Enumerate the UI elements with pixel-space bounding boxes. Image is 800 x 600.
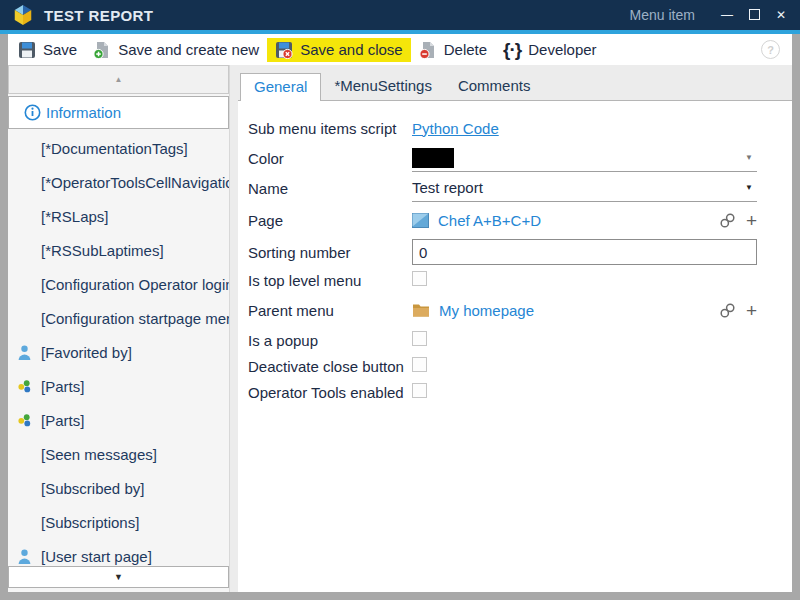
sidebar-item-label: Information xyxy=(46,104,121,121)
field-label: Operator Tools enabled xyxy=(248,384,412,401)
row-is-a-popup: Is a popup xyxy=(248,327,792,353)
developer-button[interactable]: {·} Developer xyxy=(495,36,605,64)
field-label: Parent menu xyxy=(248,302,412,319)
sidebar-item-subscribed-by[interactable]: [Subscribed by] xyxy=(8,471,229,505)
sidebar-item-rslaps[interactable]: [*RSLaps] xyxy=(8,199,229,233)
sidebar-item-label: [*RSLaps] xyxy=(41,208,109,225)
save-and-close-label: Save and close xyxy=(300,41,403,58)
toolbar: Save Save and create new xyxy=(8,34,792,65)
sidebar-scroll-up-button[interactable]: ▲ xyxy=(8,65,229,94)
page-reference[interactable]: Chef A+B+C+D xyxy=(412,212,541,229)
color-dropdown[interactable]: ▼ xyxy=(412,145,757,172)
sidebar-item-label: [Subscribed by] xyxy=(41,480,144,497)
sidebar: ▲ Information xyxy=(8,65,230,592)
name-dropdown[interactable]: Test report ▼ xyxy=(412,175,757,202)
sidebar-list: Information [*DocumentationTags] [*Opera… xyxy=(8,96,229,566)
row-name: Name Test report ▼ xyxy=(248,173,792,203)
field-label: Is a popup xyxy=(248,332,412,349)
sidebar-item-label: [Configuration Operator login xyxy=(41,276,229,293)
chevron-down-icon[interactable]: ▼ xyxy=(745,183,753,192)
field-label: Name xyxy=(248,180,412,197)
sidebar-item-information[interactable]: Information xyxy=(8,96,229,129)
info-icon xyxy=(24,104,46,121)
color-swatch xyxy=(412,148,454,168)
field-label: Is top level menu xyxy=(248,272,412,289)
deactivate-close-button-checkbox[interactable] xyxy=(412,357,427,372)
folder-icon xyxy=(412,303,430,317)
delete-label: Delete xyxy=(444,41,487,58)
window-title: TEST REPORT xyxy=(44,7,153,24)
delete-button[interactable]: Delete xyxy=(411,38,495,62)
save-label: Save xyxy=(43,41,77,58)
sidebar-item-label: [Parts] xyxy=(41,378,84,395)
sidebar-item-favorited-by[interactable]: [Favorited by] xyxy=(8,335,229,369)
sidebar-item-label: [Configuration startpage men xyxy=(41,310,229,327)
chevron-down-icon[interactable]: ▼ xyxy=(745,153,753,162)
add-icon[interactable]: + xyxy=(746,301,757,320)
field-label: Deactivate close button xyxy=(248,358,412,375)
sidebar-item-label: [Seen messages] xyxy=(41,446,157,463)
python-code-link[interactable]: Python Code xyxy=(412,120,499,137)
save-and-create-new-button[interactable]: Save and create new xyxy=(85,38,267,62)
is-a-popup-checkbox[interactable] xyxy=(412,331,427,346)
sidebar-item-seen-messages[interactable]: [Seen messages] xyxy=(8,437,229,471)
sidebar-item-user-start-page[interactable]: [User start page] xyxy=(8,539,229,566)
app-logo-icon xyxy=(12,4,34,26)
sidebar-item-label: [Favorited by] xyxy=(41,344,132,361)
row-sub-menu-items-script: Sub menu items script Python Code xyxy=(248,113,792,143)
tab-comments[interactable]: Comments xyxy=(445,73,544,100)
page-value: Chef A+B+C+D xyxy=(438,212,541,229)
save-button[interactable]: Save xyxy=(10,38,85,62)
row-parent-menu: Parent menu My homepage xyxy=(248,293,792,327)
sidebar-item-operatortoolscellnavigation[interactable]: [*OperatorToolsCellNavigatio xyxy=(8,165,229,199)
tab-general[interactable]: General xyxy=(240,73,321,101)
context-label: Menu item xyxy=(630,7,695,23)
sidebar-item-parts-2[interactable]: [Parts] xyxy=(8,403,229,437)
tab-menusettings[interactable]: *MenuSettings xyxy=(321,73,445,100)
link-icon[interactable] xyxy=(719,212,736,229)
sidebar-item-label: [Parts] xyxy=(41,412,84,429)
save-and-close-button[interactable]: Save and close xyxy=(267,38,411,62)
field-label: Sub menu items script xyxy=(248,120,412,137)
operator-tools-enabled-checkbox[interactable] xyxy=(412,383,427,398)
is-top-level-menu-checkbox[interactable] xyxy=(412,271,427,286)
row-color: Color ▼ xyxy=(248,143,792,173)
document-remove-icon xyxy=(419,41,437,59)
sidebar-item-documentationtags[interactable]: [*DocumentationTags] xyxy=(8,131,229,165)
maximize-icon[interactable] xyxy=(749,9,760,22)
window: TEST REPORT Menu item — ✕ Save xyxy=(0,0,800,600)
user-icon xyxy=(18,345,41,360)
sidebar-item-subscriptions[interactable]: [Subscriptions] xyxy=(8,505,229,539)
sidebar-item-parts-1[interactable]: [Parts] xyxy=(8,369,229,403)
sidebar-item-configuration-startpage-menu[interactable]: [Configuration startpage men xyxy=(8,301,229,335)
parts-icon xyxy=(18,414,41,427)
document-add-icon xyxy=(93,41,111,59)
save-and-create-new-label: Save and create new xyxy=(118,41,259,58)
link-icon[interactable] xyxy=(719,302,736,319)
main-panel: General *MenuSettings Comments Sub menu … xyxy=(238,65,792,592)
developer-label: Developer xyxy=(528,41,596,58)
sidebar-scroll-down-button[interactable]: ▼ xyxy=(8,566,229,588)
row-deactivate-close-button: Deactivate close button xyxy=(248,353,792,379)
title-bar: TEST REPORT Menu item — ✕ xyxy=(0,0,800,30)
parent-menu-value: My homepage xyxy=(439,302,534,319)
row-page: Page Chef A+B+C+D xyxy=(248,203,792,237)
sorting-number-input[interactable] xyxy=(412,239,757,265)
user-icon xyxy=(18,549,41,564)
minimize-icon[interactable]: — xyxy=(721,9,733,21)
field-label: Color xyxy=(248,150,412,167)
field-label: Page xyxy=(248,212,412,229)
form-panel: Sub menu items script Python Code Color … xyxy=(238,100,792,592)
sidebar-item-rssublaptimes[interactable]: [*RSSubLaptimes] xyxy=(8,233,229,267)
help-icon[interactable]: ? xyxy=(761,40,780,59)
sidebar-item-label: [Subscriptions] xyxy=(41,514,139,531)
parent-menu-reference[interactable]: My homepage xyxy=(412,302,534,319)
add-icon[interactable]: + xyxy=(746,211,757,230)
sidebar-item-label: [*DocumentationTags] xyxy=(41,140,188,157)
code-braces-icon: {·} xyxy=(503,39,521,61)
sidebar-item-configuration-operator-login[interactable]: [Configuration Operator login xyxy=(8,267,229,301)
close-icon[interactable]: ✕ xyxy=(776,9,786,21)
sidebar-item-label: [*RSSubLaptimes] xyxy=(41,242,164,259)
tab-strip: General *MenuSettings Comments xyxy=(238,65,792,100)
field-label: Sorting number xyxy=(248,244,412,261)
